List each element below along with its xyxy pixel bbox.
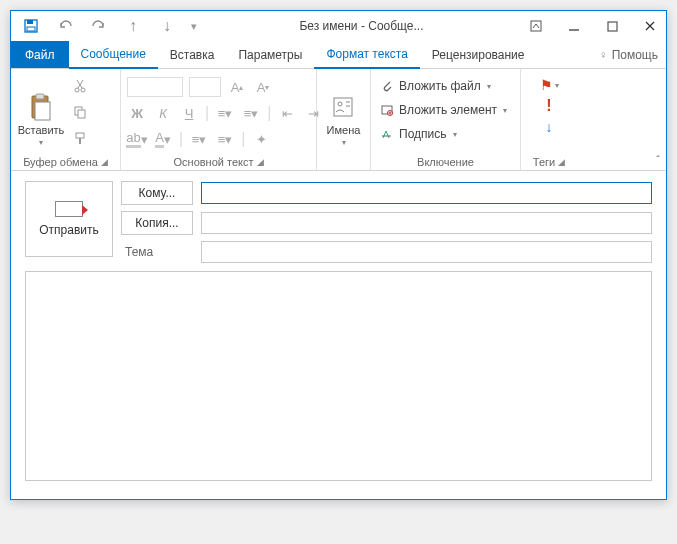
svg-rect-5	[608, 22, 617, 31]
chevron-down-icon: ▾	[487, 82, 491, 91]
ribbon-group-clipboard: Вставить ▾ Буфер обмена ◢	[11, 69, 121, 170]
redo-icon[interactable]	[89, 16, 109, 36]
compose-body-wrap	[11, 271, 666, 499]
minimize-icon[interactable]	[564, 16, 584, 36]
attach-item-button[interactable]: Вложить элемент ▾	[377, 99, 509, 121]
ribbon-group-names: Имена ▾	[317, 69, 371, 170]
message-body[interactable]	[25, 271, 652, 481]
paste-button[interactable]: Вставить ▾	[17, 73, 65, 147]
svg-rect-9	[36, 94, 44, 99]
svg-point-11	[75, 88, 79, 92]
down-arrow-icon: ↓	[546, 119, 553, 135]
font-size-dropdown[interactable]	[189, 77, 221, 97]
clear-formatting-icon[interactable]: ✦	[251, 129, 271, 149]
undo-icon[interactable]	[55, 16, 75, 36]
follow-up-flag-button[interactable]: ⚑ ▾	[540, 77, 559, 93]
svg-rect-16	[78, 110, 85, 118]
up-arrow-icon[interactable]: ↑	[123, 16, 143, 36]
attach-file-button[interactable]: Вложить файл ▾	[377, 75, 509, 97]
svg-rect-17	[76, 133, 84, 138]
quick-access-toolbar: ↑ ↓ ▾	[17, 16, 197, 36]
clipboard-group-label: Буфер обмена	[23, 156, 98, 168]
svg-rect-10	[35, 102, 50, 120]
help-label: Помощь	[612, 48, 658, 62]
outlook-compose-window: ↑ ↓ ▾ Без имени - Сообще... Файл Сообщен…	[10, 10, 667, 500]
names-button[interactable]: Имена ▾	[323, 73, 364, 147]
svg-point-12	[81, 88, 85, 92]
chevron-down-icon: ▾	[503, 106, 507, 115]
svg-rect-2	[27, 27, 35, 31]
envelope-send-icon	[55, 201, 83, 217]
svg-line-13	[78, 80, 83, 88]
cut-icon[interactable]	[69, 75, 91, 97]
paste-label: Вставить	[18, 124, 65, 136]
tab-help[interactable]: ♀ Помощь	[599, 41, 666, 68]
basictext-group-label: Основной текст	[174, 156, 254, 168]
svg-rect-3	[531, 21, 541, 31]
copy-icon[interactable]	[69, 101, 91, 123]
chevron-down-icon: ▾	[555, 81, 559, 90]
to-input[interactable]	[201, 182, 652, 204]
decrease-indent-icon[interactable]: ⇤	[277, 103, 297, 123]
font-color-icon[interactable]: A▾	[153, 129, 173, 149]
svg-rect-1	[27, 20, 33, 24]
bold-button[interactable]: Ж	[127, 103, 147, 123]
svg-rect-19	[334, 98, 352, 116]
collapse-ribbon-icon[interactable]: ˆ	[656, 154, 660, 166]
dialog-launcher-icon[interactable]: ◢	[101, 157, 108, 167]
subject-input[interactable]	[201, 241, 652, 263]
underline-button[interactable]: Ч	[179, 103, 199, 123]
window-title: Без имени - Сообще...	[197, 19, 526, 33]
dialog-launcher-icon[interactable]: ◢	[257, 157, 264, 167]
align-icon[interactable]: ≡▾	[189, 129, 209, 149]
signature-button[interactable]: Подпись ▾	[377, 123, 509, 145]
subject-label: Тема	[121, 245, 193, 259]
high-importance-button[interactable]: !	[546, 97, 551, 115]
names-label: Имена	[327, 124, 361, 136]
tags-group-label: Теги	[533, 156, 555, 168]
tab-options[interactable]: Параметры	[226, 41, 314, 68]
save-icon[interactable]	[21, 16, 41, 36]
close-icon[interactable]	[640, 16, 660, 36]
ribbon-group-basic-text: A▴ A▾ Ж К Ч | ≡▾ ≡▾ | ⇤ ⇥ ab▾ A▾ |	[121, 69, 317, 170]
attach-item-label: Вложить элемент	[399, 103, 497, 117]
bullets-icon[interactable]: ≡▾	[215, 103, 235, 123]
paperclip-icon	[379, 79, 395, 93]
compose-header: Отправить Кому... Копия... Тема	[11, 171, 666, 271]
tab-message[interactable]: Сообщение	[69, 41, 158, 69]
tab-format-text[interactable]: Формат текста	[314, 41, 419, 69]
tab-file[interactable]: Файл	[11, 41, 69, 68]
italic-button[interactable]: К	[153, 103, 173, 123]
to-button[interactable]: Кому...	[121, 181, 193, 205]
signature-label: Подпись	[399, 127, 447, 141]
attach-file-label: Вложить файл	[399, 79, 481, 93]
ribbon-tabs: Файл Сообщение Вставка Параметры Формат …	[11, 41, 666, 69]
tab-review[interactable]: Рецензирование	[420, 41, 537, 68]
highlight-icon[interactable]: ab▾	[127, 129, 147, 149]
cc-input[interactable]	[201, 212, 652, 234]
clipboard-icon	[26, 92, 56, 122]
line-spacing-icon[interactable]: ≡▾	[215, 129, 235, 149]
cc-button[interactable]: Копия...	[121, 211, 193, 235]
include-group-label: Включение	[417, 156, 474, 168]
shrink-font-icon[interactable]: A▾	[253, 77, 273, 97]
address-book-icon	[329, 92, 359, 122]
dialog-launcher-icon[interactable]: ◢	[558, 157, 565, 167]
attach-item-icon	[379, 104, 395, 116]
font-dropdown[interactable]	[127, 77, 183, 97]
ribbon: Вставить ▾ Буфер обмена ◢	[11, 69, 666, 171]
chevron-down-icon: ▾	[342, 138, 346, 147]
numbering-icon[interactable]: ≡▾	[241, 103, 261, 123]
svg-point-20	[338, 102, 342, 106]
chevron-down-icon: ▾	[453, 130, 457, 139]
low-importance-button[interactable]: ↓	[546, 119, 553, 135]
down-arrow-icon[interactable]: ↓	[157, 16, 177, 36]
maximize-icon[interactable]	[602, 16, 622, 36]
tab-insert[interactable]: Вставка	[158, 41, 227, 68]
send-label: Отправить	[39, 223, 99, 237]
ribbon-display-icon[interactable]	[526, 16, 546, 36]
format-painter-icon[interactable]	[69, 127, 91, 149]
flag-icon: ⚑	[540, 77, 553, 93]
grow-font-icon[interactable]: A▴	[227, 77, 247, 97]
send-button[interactable]: Отправить	[25, 181, 113, 257]
